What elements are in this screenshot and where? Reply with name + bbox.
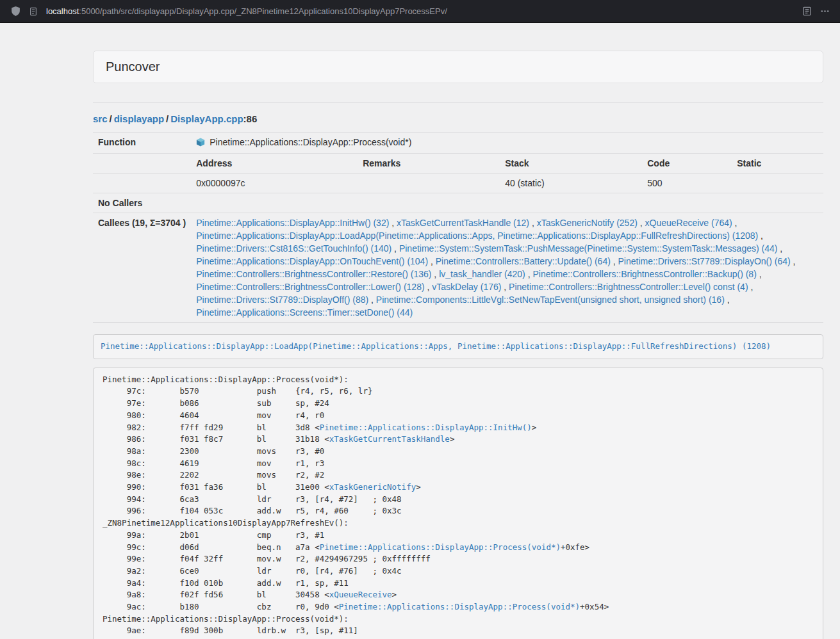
callee-separator: , bbox=[501, 282, 509, 292]
callee-link[interactable]: Pinetime::Controllers::BrightnessControl… bbox=[532, 269, 756, 279]
callee-link[interactable]: Pinetime::Controllers::Battery::Update()… bbox=[436, 256, 611, 266]
url-host: localhost bbox=[46, 6, 79, 16]
reader-mode-icon[interactable] bbox=[798, 3, 816, 20]
callee-link[interactable]: Pinetime::Controllers::BrightnessControl… bbox=[509, 282, 748, 292]
breadcrumb-link-file[interactable]: DisplayApp.cpp bbox=[170, 113, 243, 124]
callees-list: Pinetime::Applications::DisplayApp::Init… bbox=[191, 213, 823, 323]
disassembly-symbol-link[interactable]: Pinetime::Applications::DisplayApp::Proc… bbox=[320, 542, 561, 552]
callee-separator: , bbox=[389, 218, 397, 228]
callee-link[interactable]: Pinetime::Drivers::Cst816S::GetTouchInfo… bbox=[196, 243, 391, 254]
callee-link[interactable]: Pinetime::Controllers::BrightnessControl… bbox=[196, 269, 431, 279]
callee-separator: , bbox=[777, 243, 782, 254]
disassembly-symbol-link[interactable]: Pinetime::Applications::DisplayApp::Proc… bbox=[339, 602, 580, 611]
callee-link[interactable]: Pinetime::Applications::DisplayApp::OnTo… bbox=[196, 256, 428, 266]
column-header-remarks: Remarks bbox=[358, 154, 500, 174]
highlighted-symbol-box: Pinetime::Applications::DisplayApp::Load… bbox=[93, 334, 823, 359]
disassembly-symbol-link[interactable]: Pinetime::Applications::DisplayApp::Init… bbox=[320, 423, 532, 432]
callee-separator: , bbox=[525, 269, 533, 279]
callee-link[interactable]: xQueueReceive (764) bbox=[645, 218, 732, 228]
callee-separator: , bbox=[638, 218, 645, 228]
empty-label-cell bbox=[93, 174, 191, 193]
symbol-cube-icon bbox=[196, 137, 205, 150]
breadcrumb-link-src[interactable]: src bbox=[93, 113, 108, 124]
column-header-address: Address bbox=[191, 154, 358, 174]
callee-link[interactable]: Pinetime::Applications::DisplayApp::Load… bbox=[196, 231, 758, 241]
divider bbox=[93, 102, 823, 103]
value-address: 0x0000097c bbox=[191, 174, 358, 193]
value-static bbox=[732, 174, 823, 193]
breadcrumb-separator: / bbox=[108, 113, 114, 124]
callee-link[interactable]: Pinetime::Applications::Screens::Timer::… bbox=[196, 307, 413, 318]
value-code: 500 bbox=[642, 174, 732, 193]
column-header-code: Code bbox=[642, 154, 732, 174]
disassembly-block: Pinetime::Applications::DisplayApp::Proc… bbox=[93, 368, 823, 639]
no-callers-cell bbox=[191, 193, 823, 213]
table-row: Function Pinetime::Applications::Display… bbox=[93, 133, 823, 154]
value-remarks bbox=[358, 174, 500, 193]
callee-separator: , bbox=[431, 269, 439, 279]
callee-link[interactable]: lv_task_handler (420) bbox=[439, 269, 525, 279]
column-header-stack: Stack bbox=[500, 154, 642, 174]
callee-separator: , bbox=[368, 295, 376, 305]
callee-link[interactable]: Pinetime::Controllers::BrightnessControl… bbox=[196, 282, 424, 292]
disassembly-symbol-link[interactable]: xTaskGetCurrentTaskHandle bbox=[329, 434, 450, 444]
url-path: :5000/path/src/displayapp/DisplayApp.cpp… bbox=[79, 6, 447, 16]
function-name-cell: Pinetime::Applications::DisplayApp::Proc… bbox=[191, 133, 823, 154]
callee-separator: , bbox=[391, 243, 399, 254]
tracking-protection-shield-icon[interactable] bbox=[6, 3, 24, 20]
callee-separator: , bbox=[748, 282, 754, 292]
breadcrumb-link-displayapp[interactable]: displayapp bbox=[114, 113, 164, 124]
callee-link[interactable]: Pinetime::System::SystemTask::PushMessag… bbox=[399, 243, 778, 254]
page-header: Puncover bbox=[93, 51, 823, 83]
function-table: Function Pinetime::Applications::Display… bbox=[93, 132, 823, 323]
column-header-static: Static bbox=[732, 154, 823, 174]
callee-link[interactable]: xTaskGetCurrentTaskHandle (12) bbox=[397, 218, 529, 228]
function-name: Pinetime::Applications::DisplayApp::Proc… bbox=[210, 137, 411, 147]
callee-separator: , bbox=[758, 231, 763, 241]
value-stack: 40 (static) bbox=[500, 174, 642, 193]
content-container: Puncover src/displayapp/DisplayApp.cpp:8… bbox=[93, 51, 823, 639]
callee-separator: , bbox=[425, 282, 432, 292]
page-title: Puncover bbox=[106, 60, 160, 74]
callee-link[interactable]: Pinetime::Drivers::St7789::DisplayOn() (… bbox=[618, 256, 791, 266]
callee-separator: , bbox=[732, 218, 737, 228]
url-text[interactable]: localhost:5000/path/src/displayapp/Displ… bbox=[46, 6, 798, 16]
table-row: No Callers bbox=[93, 193, 823, 213]
callee-separator: , bbox=[757, 269, 762, 279]
breadcrumb-line-number: :86 bbox=[243, 113, 258, 124]
table-row: Address Remarks Stack Code Static bbox=[93, 154, 823, 174]
function-label: Function bbox=[93, 133, 191, 154]
breadcrumb: src/displayapp/DisplayApp.cpp:86 bbox=[93, 113, 823, 124]
breadcrumb-separator: / bbox=[164, 113, 170, 124]
disassembly-symbol-link[interactable]: xTaskGenericNotify bbox=[329, 482, 416, 492]
highlighted-symbol-link[interactable]: Pinetime::Applications::DisplayApp::Load… bbox=[101, 341, 771, 351]
callee-separator: , bbox=[428, 256, 436, 266]
callee-link[interactable]: Pinetime::Drivers::St7789::DisplayOff() … bbox=[196, 295, 368, 305]
page-actions-menu-icon[interactable] bbox=[816, 3, 834, 20]
no-callers-label: No Callers bbox=[93, 193, 191, 213]
callee-separator: , bbox=[611, 256, 618, 266]
callee-link[interactable]: Pinetime::Components::LittleVgl::SetNewT… bbox=[376, 295, 725, 305]
callee-link[interactable]: Pinetime::Applications::DisplayApp::Init… bbox=[196, 218, 389, 228]
callees-label: Callees (19, Σ=3704 ) bbox=[93, 213, 191, 323]
table-row: 0x0000097c 40 (static) 500 bbox=[93, 174, 823, 193]
callee-link[interactable]: vTaskDelay (176) bbox=[432, 282, 501, 292]
table-row: Callees (19, Σ=3704 ) Pinetime::Applicat… bbox=[93, 213, 823, 323]
browser-url-bar: localhost:5000/path/src/displayapp/Displ… bbox=[0, 0, 840, 23]
disassembly-symbol-link[interactable]: xQueueReceive bbox=[329, 590, 392, 599]
callee-separator: , bbox=[725, 295, 730, 305]
callee-separator: , bbox=[529, 218, 537, 228]
callee-separator: , bbox=[791, 256, 796, 266]
empty-label-cell bbox=[93, 154, 191, 174]
page-info-icon[interactable] bbox=[24, 3, 42, 20]
callee-link[interactable]: xTaskGenericNotify (252) bbox=[537, 218, 638, 228]
